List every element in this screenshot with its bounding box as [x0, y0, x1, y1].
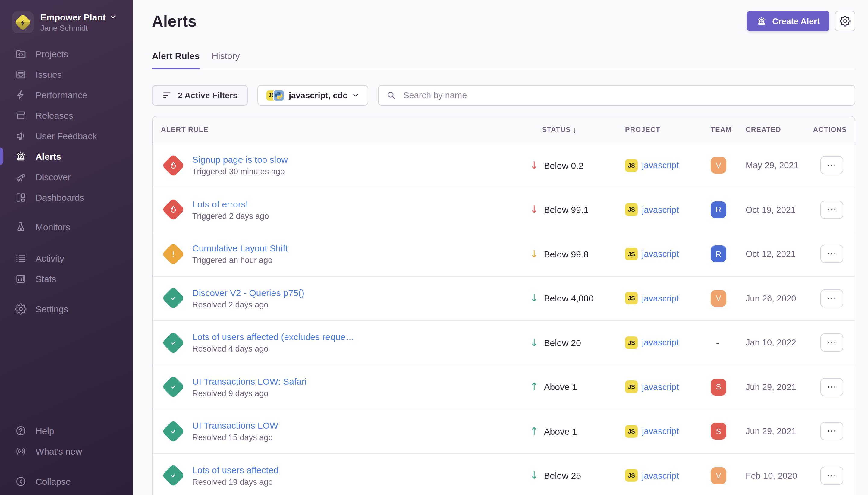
alert-rule-name-link[interactable]: Lots of errors! [192, 199, 269, 209]
sidebar-item-whats-new[interactable]: What's new [0, 441, 133, 461]
sidebar-item-alerts[interactable]: Alerts [0, 146, 133, 166]
row-actions-button[interactable]: ⋯ [820, 289, 843, 307]
sidebar-item-label: What's new [36, 446, 82, 456]
created-date: Feb 10, 2020 [746, 471, 813, 480]
sidebar-item-performance[interactable]: Performance [0, 84, 133, 105]
telescope-icon [15, 171, 27, 182]
project-link[interactable]: javascript [642, 294, 679, 303]
alert-rule-cell: Lots of errors! Triggered 2 days ago [153, 197, 530, 223]
alert-rule-name-link[interactable]: UI Transactions LOW [192, 421, 278, 431]
filter-icon [162, 90, 172, 100]
ellipsis-icon: ⋯ [827, 205, 837, 215]
ellipsis-icon: ⋯ [827, 161, 837, 170]
fire-icon [168, 160, 178, 171]
sidebar-item-projects[interactable]: Projects [0, 44, 133, 64]
project-cell: JS javascript [625, 470, 711, 482]
status-value: Below 20 [544, 338, 581, 348]
dashboard-grid-icon [15, 191, 27, 203]
sidebar: Empower Plant Jane Schmidt Projects [0, 0, 133, 495]
team-avatar: R [711, 246, 726, 262]
trend-up-arrow-icon: ↑ [530, 382, 539, 392]
row-actions-button[interactable]: ⋯ [820, 156, 843, 174]
sidebar-item-activity[interactable]: Activity [0, 248, 133, 268]
sidebar-item-label: Collapse [36, 476, 71, 486]
project-link[interactable]: javascript [642, 249, 679, 259]
status-cell: ↓ Below 25 [530, 471, 625, 481]
created-date: May 29, 2021 [746, 161, 813, 170]
project-cell: JS javascript [625, 292, 711, 305]
project-link[interactable]: javascript [642, 338, 679, 347]
row-actions-button[interactable]: ⋯ [820, 201, 843, 219]
sidebar-item-user-feedback[interactable]: User Feedback [0, 125, 133, 146]
ellipsis-icon: ⋯ [827, 338, 837, 347]
alert-rule-name-link[interactable]: UI Transactions LOW: Safari [192, 376, 307, 387]
project-link[interactable]: javascript [642, 471, 679, 480]
archive-box-icon [15, 109, 27, 121]
column-header-created[interactable]: Created [746, 126, 813, 133]
sidebar-item-monitors[interactable]: Monitors [0, 217, 133, 237]
actions-cell: ⋯ [813, 289, 855, 307]
sidebar-item-label: Monitors [36, 222, 70, 232]
column-header-team[interactable]: Team [711, 126, 746, 133]
javascript-platform-icon: JS [625, 381, 638, 393]
created-date: Oct 12, 2021 [746, 249, 813, 259]
project-link[interactable]: javascript [642, 382, 679, 392]
column-header-project[interactable]: Project [625, 126, 711, 133]
row-actions-button[interactable]: ⋯ [820, 245, 843, 263]
project-cell: JS javascript [625, 337, 711, 349]
trend-up-arrow-icon: ↑ [530, 426, 539, 437]
sidebar-item-stats[interactable]: Stats [0, 268, 133, 289]
alert-settings-button[interactable] [835, 11, 855, 31]
activity-list-icon [15, 252, 27, 264]
create-alert-button[interactable]: Create Alert [747, 11, 829, 31]
active-filters-button[interactable]: 2 Active Filters [152, 85, 248, 105]
alert-rule-name-link[interactable]: Cumulative Layout Shift [192, 243, 288, 254]
table-header-row: Alert Rule Status ↓ Project Team Created… [153, 116, 855, 143]
project-link[interactable]: javascript [642, 427, 679, 436]
row-actions-button[interactable]: ⋯ [820, 422, 843, 441]
sidebar-item-collapse[interactable]: Collapse [0, 471, 133, 491]
ellipsis-icon: ⋯ [827, 471, 837, 480]
warning-status-diamond [160, 241, 186, 268]
tab-alert-rules[interactable]: Alert Rules [152, 51, 199, 69]
row-actions-button[interactable]: ⋯ [820, 467, 843, 485]
user-name: Jane Schmidt [40, 23, 88, 32]
alert-rule-subtext: Resolved 9 days ago [192, 389, 307, 398]
warning-icon [168, 249, 178, 259]
project-cell: JS javascript [625, 425, 711, 438]
project-selector[interactable]: JS javascript, cdc [257, 85, 368, 105]
project-link[interactable]: javascript [642, 161, 679, 170]
alert-rule-name-link[interactable]: Signup page is too slow [192, 155, 288, 165]
sidebar-item-label: Issues [36, 69, 62, 79]
search-box [378, 85, 855, 105]
row-actions-button[interactable]: ⋯ [820, 334, 843, 352]
sidebar-item-settings[interactable]: Settings [0, 298, 133, 319]
search-input[interactable] [402, 90, 847, 101]
alert-rule-name-link[interactable]: Discover V2 - Queries p75() [192, 288, 305, 298]
column-header-alert-rule[interactable]: Alert Rule [153, 126, 530, 133]
alert-rule-name-link[interactable]: Lots of users affected [192, 465, 278, 475]
check-icon [168, 338, 178, 348]
actions-cell: ⋯ [813, 467, 855, 485]
sidebar-item-issues[interactable]: Issues [0, 64, 133, 84]
created-date: Oct 19, 2021 [746, 205, 813, 215]
org-switcher[interactable]: Empower Plant Jane Schmidt [0, 0, 133, 33]
check-icon [168, 293, 178, 304]
javascript-platform-icon: JS [625, 470, 638, 482]
created-date: Jun 26, 2020 [746, 294, 813, 303]
sidebar-item-label: User Feedback [36, 131, 97, 141]
tab-history[interactable]: History [212, 51, 240, 69]
column-header-status[interactable]: Status ↓ [530, 125, 625, 134]
check-icon [168, 382, 178, 392]
project-link[interactable]: javascript [642, 205, 679, 215]
alert-rule-row: Cumulative Layout Shift Triggered an hou… [153, 232, 855, 276]
sidebar-item-dashboards[interactable]: Dashboards [0, 187, 133, 207]
actions-cell: ⋯ [813, 422, 855, 441]
sidebar-item-discover[interactable]: Discover [0, 166, 133, 187]
row-actions-button[interactable]: ⋯ [820, 378, 843, 396]
sidebar-item-releases[interactable]: Releases [0, 105, 133, 125]
sidebar-item-help[interactable]: Help [0, 420, 133, 441]
trend-down-arrow-icon: ↓ [530, 205, 539, 215]
javascript-platform-icon: JS [625, 159, 638, 172]
alert-rule-name-link[interactable]: Lots of users affected (excludes reque… [192, 332, 354, 342]
